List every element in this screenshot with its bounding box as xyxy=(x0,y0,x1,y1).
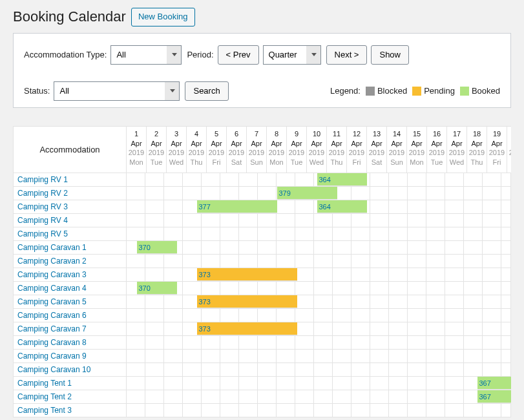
calendar-cell xyxy=(483,336,501,350)
calendar-cell xyxy=(164,214,183,227)
calendar-cell xyxy=(127,295,145,309)
calendar-cell xyxy=(183,309,202,322)
calendar-cell xyxy=(164,309,183,322)
calendar-cell xyxy=(127,404,145,417)
booking-bar[interactable]: 367 xyxy=(477,377,512,390)
calendar-cell xyxy=(239,282,258,295)
accommodation-row-label[interactable]: Camping Caravan 1 xyxy=(14,241,127,255)
calendar-cell xyxy=(426,309,445,322)
calendar-cell xyxy=(408,377,426,390)
calendar-cell xyxy=(445,390,464,404)
period-select[interactable]: Quarter xyxy=(263,45,321,65)
calendar-cell xyxy=(258,390,277,404)
calendar-cell xyxy=(426,390,445,404)
calendar-cell xyxy=(501,322,511,336)
accommodation-row-label[interactable]: Camping RV 3 xyxy=(14,200,127,214)
accommodation-row-label[interactable]: Camping Caravan 6 xyxy=(14,309,127,322)
calendar-cell xyxy=(370,187,389,200)
calendar-cell xyxy=(408,268,426,282)
accommodation-type-select[interactable]: All xyxy=(110,45,182,65)
calendar-cell xyxy=(389,363,408,377)
calendar-row: 367 xyxy=(127,377,511,390)
calendar-cell xyxy=(483,200,501,214)
accommodation-row-label[interactable]: Camping RV 1 xyxy=(14,173,127,187)
booking-bar[interactable]: 367 xyxy=(477,390,512,403)
accommodation-row-label[interactable]: Camping Caravan 7 xyxy=(14,322,127,336)
booking-bar[interactable]: 373 xyxy=(197,322,297,335)
booking-bar[interactable]: 377 xyxy=(197,200,277,213)
accommodation-row-label[interactable]: Camping Caravan 8 xyxy=(14,336,127,350)
calendar-cell xyxy=(445,282,464,295)
booking-bar[interactable]: 364 xyxy=(317,173,368,186)
accommodation-row-label[interactable]: Camping Caravan 3 xyxy=(14,268,127,282)
date-header: 18Apr2019Thu xyxy=(467,127,487,173)
calendar-cell xyxy=(202,377,220,390)
calendar-cell xyxy=(483,255,501,268)
calendar-cell xyxy=(314,377,333,390)
accommodation-row-label[interactable]: Camping RV 4 xyxy=(14,214,127,227)
calendar-cell xyxy=(501,309,511,322)
calendar-cell xyxy=(239,255,258,268)
booking-bar[interactable]: 373 xyxy=(197,295,297,308)
accommodation-type-label: Accommodation Type: xyxy=(24,50,107,59)
accommodation-row-label[interactable]: Camping Tent 2 xyxy=(14,390,127,404)
calendar-cell xyxy=(351,214,370,227)
calendar-cell xyxy=(333,404,351,417)
calendar-cell xyxy=(277,390,295,404)
calendar-cell xyxy=(464,268,483,282)
booking-bar[interactable]: 364 xyxy=(317,200,368,213)
date-header: 20Apr2019Sat xyxy=(507,127,511,173)
calendar-cell xyxy=(445,227,464,241)
calendar-cell xyxy=(426,295,445,309)
accommodation-row-label[interactable]: Camping Caravan 5 xyxy=(14,295,127,309)
new-booking-button[interactable]: New Booking xyxy=(131,8,195,26)
calendar-cell xyxy=(389,377,408,390)
date-header: 2Apr2019Tue xyxy=(147,127,167,173)
calendar-cell xyxy=(145,255,164,268)
accommodation-row-label[interactable]: Camping RV 5 xyxy=(14,227,127,241)
calendar-cell xyxy=(408,173,426,187)
calendar-cell xyxy=(258,187,277,200)
booking-bar[interactable]: 379 xyxy=(277,187,337,200)
calendar-cell xyxy=(295,227,314,241)
calendar-cell xyxy=(127,322,145,336)
calendar-cell xyxy=(127,227,145,241)
show-button[interactable]: Show xyxy=(371,45,409,65)
calendar-cell xyxy=(445,363,464,377)
accommodation-row-label[interactable]: Camping Caravan 2 xyxy=(14,255,127,268)
date-header: 15Apr2019Mon xyxy=(407,127,427,173)
calendar-cell xyxy=(277,336,295,350)
calendar-cell xyxy=(127,363,145,377)
calendar-cell xyxy=(145,404,164,417)
calendar-cell xyxy=(295,309,314,322)
page-title-text: Booking Calendar xyxy=(13,8,126,25)
calendar-cell xyxy=(464,404,483,417)
accommodation-row-label[interactable]: Camping RV 2 xyxy=(14,187,127,200)
status-select[interactable]: All xyxy=(54,81,180,101)
search-button[interactable]: Search xyxy=(185,81,228,101)
calendar-cell xyxy=(426,377,445,390)
accommodation-row-label[interactable]: Camping Tent 3 xyxy=(14,404,127,417)
calendar-cell xyxy=(389,214,408,227)
calendar-row: 364 xyxy=(127,173,511,187)
calendar-cell xyxy=(164,336,183,350)
calendar-cell xyxy=(501,268,511,282)
booking-bar[interactable]: 373 xyxy=(197,268,297,281)
prev-button[interactable]: < Prev xyxy=(218,45,259,65)
calendar-cell xyxy=(389,187,408,200)
accommodation-row-label[interactable]: Camping Caravan 4 xyxy=(14,282,127,295)
next-button[interactable]: Next > xyxy=(326,45,368,65)
accommodation-row-label[interactable]: Camping Tent 1 xyxy=(14,377,127,390)
accommodation-row-label[interactable]: Camping Caravan 9 xyxy=(14,350,127,363)
calendar-cell xyxy=(314,309,333,322)
calendar-cell xyxy=(145,227,164,241)
booking-bar[interactable]: 370 xyxy=(137,282,177,295)
booking-bar[interactable]: 370 xyxy=(137,241,177,254)
accommodation-row-label[interactable]: Camping Caravan 10 xyxy=(14,363,127,377)
calendar-cell xyxy=(277,214,295,227)
calendar-cell xyxy=(258,255,277,268)
calendar-row xyxy=(127,350,511,363)
legend-label: Legend: xyxy=(330,86,361,96)
calendar-cell xyxy=(258,377,277,390)
calendar-cell xyxy=(277,227,295,241)
